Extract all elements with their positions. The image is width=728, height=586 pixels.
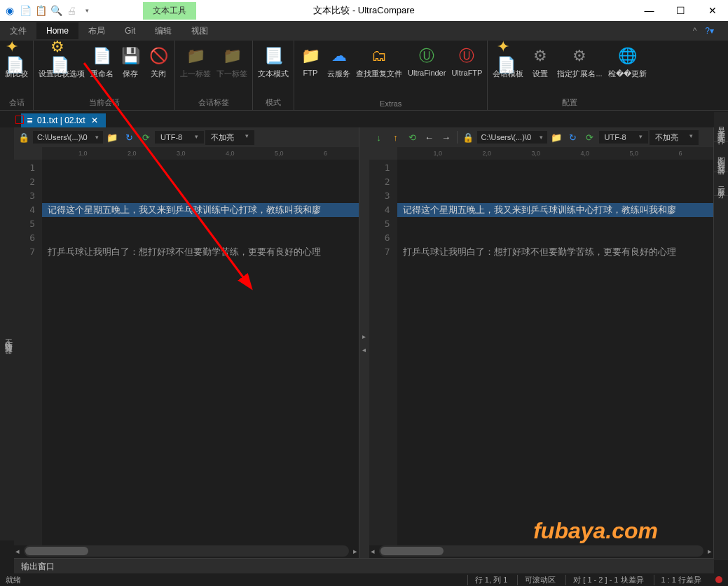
line-gutter: 1234567 bbox=[369, 160, 397, 545]
help-icon[interactable]: ?▾ bbox=[701, 23, 718, 39]
merge-left-icon[interactable]: ◂ bbox=[362, 346, 366, 354]
menubar: 文件 Home 布局 Git 编辑 视图 ^ ?▾ bbox=[0, 21, 728, 41]
tab-title: 01.txt | 02.txt bbox=[37, 116, 85, 125]
merge-right-icon[interactable]: ▸ bbox=[362, 333, 366, 340]
window-title: 文本比较 - UltraCompare bbox=[313, 4, 414, 17]
check-updates-button[interactable]: 🌐检��更新 bbox=[606, 43, 649, 96]
right-panel-2[interactable]: 图例和过滤器 bbox=[714, 142, 728, 172]
line-gutter: 1234567 bbox=[14, 160, 42, 545]
ultrafinder-button[interactable]: ⓊUltraFinder bbox=[406, 43, 448, 98]
left-pane-toolbar: 🔒 C:\Users\(...)\0 📁 ↻ ⟳ UTF-8 不加亮 bbox=[14, 127, 359, 147]
right-pane: ↓ ↑ ⟲ ← → 🔒 C:\Users\(...)\0 📁 ↻ ⟳ UTF-8… bbox=[369, 127, 715, 558]
new-icon[interactable]: 📄 bbox=[18, 4, 32, 18]
left-editor[interactable]: 1234567 记得这个星期五晚上，我又来到乒乓球训练中心打球，教练叫我和廖 打… bbox=[14, 160, 359, 545]
history-icon[interactable]: ↻ bbox=[121, 130, 137, 145]
diff-line[interactable]: 记得这个星期五晚上，我又来到乒乓球训练中心打球，教练叫我和廖 bbox=[397, 203, 714, 217]
scroll-left-icon[interactable]: ◂ bbox=[371, 547, 375, 556]
status-ready: 就绪 bbox=[6, 575, 21, 585]
diff-line[interactable]: 记得这个星期五晚上，我又来到乒乓球训练中心打球，教练叫我和廖 bbox=[42, 203, 359, 217]
extensions-button[interactable]: ⚙指定扩展名... bbox=[555, 43, 604, 96]
right-panel-3[interactable]: 云服务 bbox=[714, 172, 728, 196]
sync-icon[interactable]: ⟲ bbox=[405, 130, 420, 145]
path-input[interactable]: C:\Users\(...)\0 bbox=[477, 131, 547, 144]
rename-button[interactable]: 📄重命名 bbox=[88, 43, 116, 96]
ultraftp-button[interactable]: ⓊUltraFTP bbox=[449, 43, 484, 98]
tab-close-icon[interactable]: ✕ bbox=[89, 116, 100, 125]
right-pane-toolbar: ↓ ↑ ⟲ ← → 🔒 C:\Users\(...)\0 📁 ↻ ⟳ UTF-8… bbox=[369, 127, 714, 147]
scroll-left-icon[interactable]: ◂ bbox=[15, 547, 20, 556]
menu-git[interactable]: Git bbox=[115, 22, 145, 39]
qat-dropdown-icon[interactable]: ▾ bbox=[80, 4, 94, 18]
prev-diff-icon[interactable]: ← bbox=[422, 130, 437, 145]
collapse-ribbon-icon[interactable]: ^ bbox=[689, 23, 701, 39]
print-icon[interactable]: 🖨 bbox=[64, 4, 78, 18]
right-panel-1[interactable]: 显示系统文件 bbox=[714, 112, 728, 142]
close-button[interactable]: ✕ bbox=[696, 0, 728, 21]
highlight-select[interactable]: 不加亮 bbox=[650, 130, 699, 145]
minimize-button[interactable]: — bbox=[633, 0, 665, 21]
close-session-button[interactable]: 🚫关闭 bbox=[145, 43, 172, 96]
save-button[interactable]: 💾保存 bbox=[117, 43, 144, 96]
ftp-button[interactable]: 📁FTP bbox=[297, 43, 324, 98]
group-label-tabs: 会话标签 bbox=[198, 96, 229, 110]
marker-box bbox=[15, 116, 24, 124]
status-indicator-icon bbox=[715, 576, 722, 583]
horizontal-scrollbar[interactable] bbox=[379, 545, 704, 557]
text-line[interactable]: 打乒乓球让我明白了：想打好球不但要勤学苦练，更要有良好的心理 bbox=[42, 245, 359, 259]
status-position: 行 1, 列 1 bbox=[467, 575, 507, 585]
refresh-icon[interactable]: ⟳ bbox=[582, 130, 598, 145]
menu-edit[interactable]: 编辑 bbox=[145, 22, 181, 41]
find-icon[interactable]: 🔍 bbox=[49, 4, 63, 18]
group-label-session: 会话 bbox=[9, 96, 25, 110]
titlebar: ◉ 📄 📋 🔍 🖨 ▾ 文本工具 文本比较 - UltraCompare — ☐… bbox=[0, 0, 728, 21]
compare-area: 🔒 C:\Users\(...)\0 📁 ↻ ⟳ UTF-8 不加亮 1,0 2… bbox=[14, 127, 714, 558]
cloud-button[interactable]: ☁云服务 bbox=[325, 43, 352, 98]
copy-icon[interactable]: 📋 bbox=[34, 4, 48, 18]
refresh-icon[interactable]: ⟳ bbox=[138, 130, 153, 145]
status-diff-lines: 1 : 1 行差异 bbox=[654, 575, 701, 585]
path-input[interactable]: C:\Users\(...)\0 bbox=[33, 131, 103, 144]
lock-icon[interactable]: 🔒 bbox=[460, 130, 476, 145]
group-label-extras: Extras bbox=[380, 98, 401, 110]
encoding-select[interactable]: UTF-8 bbox=[155, 131, 204, 144]
output-window-tab[interactable]: 输出窗口 bbox=[14, 558, 714, 573]
horizontal-scrollbar[interactable] bbox=[24, 545, 349, 557]
left-pane: 🔒 C:\Users\(...)\0 📁 ↻ ⟳ UTF-8 不加亮 1,0 2… bbox=[14, 127, 359, 558]
menu-layout[interactable]: 布局 bbox=[78, 22, 115, 41]
encoding-select[interactable]: UTF-8 bbox=[599, 131, 648, 144]
folder-icon[interactable]: 📁 bbox=[104, 130, 120, 145]
tab-icon: ≣ bbox=[27, 116, 33, 125]
next-diff-icon[interactable]: → bbox=[439, 130, 454, 145]
merge-strip: ▸ ◂ bbox=[359, 127, 369, 558]
group-label-current: 当前会话 bbox=[89, 96, 120, 110]
history-icon[interactable]: ↻ bbox=[565, 130, 581, 145]
workspace-panel-tab[interactable]: 工作区管理器 bbox=[0, 127, 14, 540]
text-line[interactable]: 打乒乓球让我明白了：想打好球不但要勤学苦练，更要有良好的心理 bbox=[397, 245, 714, 259]
prev-tab-button[interactable]: 📁上一标签 bbox=[178, 43, 213, 96]
menu-home[interactable]: Home bbox=[36, 22, 78, 39]
maximize-button[interactable]: ☐ bbox=[665, 0, 696, 21]
down-arrow-icon[interactable]: ↓ bbox=[371, 130, 387, 145]
scroll-right-icon[interactable]: ▸ bbox=[353, 547, 357, 556]
compare-options-button[interactable]: ⚙📄设置比较选项 bbox=[36, 43, 87, 96]
lock-icon[interactable]: 🔒 bbox=[16, 130, 32, 145]
ruler: 1,0 2,0 3,0 4,0 5,0 6 bbox=[397, 147, 714, 160]
right-panels: 显示系统文件 图例和过滤器 云服务 bbox=[714, 112, 728, 560]
text-mode-button[interactable]: 📃文本模式 bbox=[256, 43, 291, 96]
status-diff-blocks: 对 [ 1 - 2 ] - 1 块差异 bbox=[565, 575, 643, 585]
settings-button[interactable]: ⚙设置 bbox=[527, 43, 554, 96]
highlight-select[interactable]: 不加亮 bbox=[205, 130, 254, 145]
new-compare-button[interactable]: ✦📄新比较 bbox=[3, 43, 30, 96]
right-editor[interactable]: 1234567 记得这个星期五晚上，我又来到乒乓球训练中心打球，教练叫我和廖 打… bbox=[369, 160, 714, 545]
contextual-tab[interactable]: 文本工具 bbox=[143, 2, 196, 20]
next-tab-button[interactable]: 📁下一标签 bbox=[214, 43, 249, 96]
menu-view[interactable]: 视图 bbox=[181, 22, 218, 41]
group-label-config: 配置 bbox=[562, 96, 577, 110]
session-template-button[interactable]: ✦📄会话模板 bbox=[490, 43, 526, 96]
scroll-right-icon[interactable]: ▸ bbox=[708, 547, 712, 556]
find-duplicates-button[interactable]: 🗂查找重复文件 bbox=[354, 43, 404, 98]
ruler: 1,0 2,0 3,0 4,0 5,0 6 bbox=[42, 147, 359, 160]
document-tab[interactable]: ≣ 01.txt | 02.txt ✕ bbox=[21, 113, 106, 127]
up-arrow-icon[interactable]: ↑ bbox=[388, 130, 404, 145]
folder-icon[interactable]: 📁 bbox=[549, 130, 564, 145]
